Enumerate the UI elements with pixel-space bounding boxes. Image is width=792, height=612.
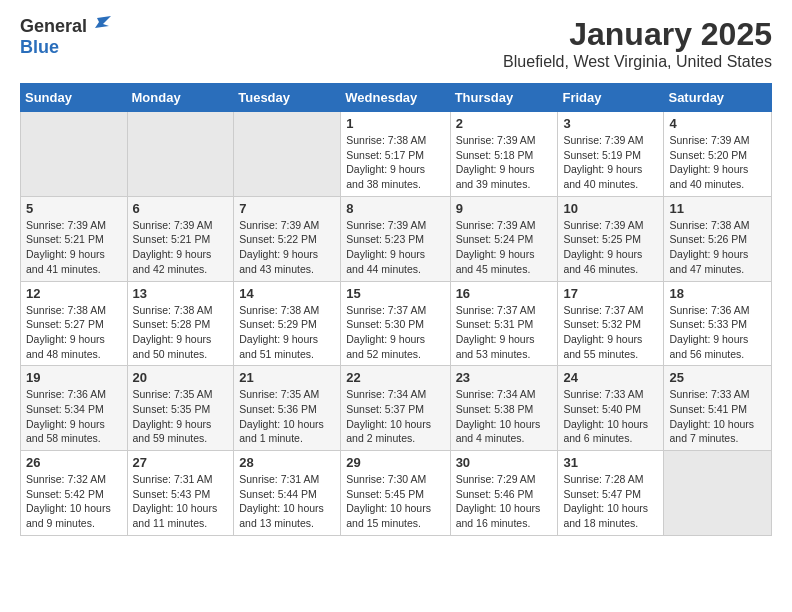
day-number: 14 <box>239 286 335 301</box>
weekday-header-monday: Monday <box>127 84 234 112</box>
day-number: 11 <box>669 201 766 216</box>
calendar-cell: 2Sunrise: 7:39 AM Sunset: 5:18 PM Daylig… <box>450 112 558 197</box>
day-number: 2 <box>456 116 553 131</box>
day-info: Sunrise: 7:30 AM Sunset: 5:45 PM Dayligh… <box>346 472 444 531</box>
day-info: Sunrise: 7:38 AM Sunset: 5:29 PM Dayligh… <box>239 303 335 362</box>
calendar-week-row: 5Sunrise: 7:39 AM Sunset: 5:21 PM Daylig… <box>21 196 772 281</box>
calendar-table: SundayMondayTuesdayWednesdayThursdayFrid… <box>20 83 772 536</box>
calendar-cell: 31Sunrise: 7:28 AM Sunset: 5:47 PM Dayli… <box>558 451 664 536</box>
day-info: Sunrise: 7:39 AM Sunset: 5:22 PM Dayligh… <box>239 218 335 277</box>
weekday-header-tuesday: Tuesday <box>234 84 341 112</box>
day-info: Sunrise: 7:38 AM Sunset: 5:27 PM Dayligh… <box>26 303 122 362</box>
calendar-cell: 23Sunrise: 7:34 AM Sunset: 5:38 PM Dayli… <box>450 366 558 451</box>
calendar-cell <box>127 112 234 197</box>
calendar-subtitle: Bluefield, West Virginia, United States <box>503 53 772 71</box>
calendar-cell: 10Sunrise: 7:39 AM Sunset: 5:25 PM Dayli… <box>558 196 664 281</box>
calendar-cell: 26Sunrise: 7:32 AM Sunset: 5:42 PM Dayli… <box>21 451 128 536</box>
calendar-cell <box>234 112 341 197</box>
logo-bird-icon <box>89 14 111 36</box>
day-number: 12 <box>26 286 122 301</box>
day-info: Sunrise: 7:31 AM Sunset: 5:44 PM Dayligh… <box>239 472 335 531</box>
calendar-cell: 8Sunrise: 7:39 AM Sunset: 5:23 PM Daylig… <box>341 196 450 281</box>
day-info: Sunrise: 7:35 AM Sunset: 5:35 PM Dayligh… <box>133 387 229 446</box>
day-info: Sunrise: 7:39 AM Sunset: 5:21 PM Dayligh… <box>26 218 122 277</box>
day-info: Sunrise: 7:33 AM Sunset: 5:41 PM Dayligh… <box>669 387 766 446</box>
calendar-cell: 18Sunrise: 7:36 AM Sunset: 5:33 PM Dayli… <box>664 281 772 366</box>
calendar-cell: 15Sunrise: 7:37 AM Sunset: 5:30 PM Dayli… <box>341 281 450 366</box>
calendar-week-row: 26Sunrise: 7:32 AM Sunset: 5:42 PM Dayli… <box>21 451 772 536</box>
calendar-title: January 2025 <box>503 16 772 53</box>
weekday-header-friday: Friday <box>558 84 664 112</box>
calendar-week-row: 12Sunrise: 7:38 AM Sunset: 5:27 PM Dayli… <box>21 281 772 366</box>
day-number: 31 <box>563 455 658 470</box>
day-info: Sunrise: 7:37 AM Sunset: 5:30 PM Dayligh… <box>346 303 444 362</box>
day-info: Sunrise: 7:39 AM Sunset: 5:20 PM Dayligh… <box>669 133 766 192</box>
day-number: 21 <box>239 370 335 385</box>
day-info: Sunrise: 7:36 AM Sunset: 5:34 PM Dayligh… <box>26 387 122 446</box>
day-number: 26 <box>26 455 122 470</box>
calendar-week-row: 1Sunrise: 7:38 AM Sunset: 5:17 PM Daylig… <box>21 112 772 197</box>
day-number: 25 <box>669 370 766 385</box>
day-number: 28 <box>239 455 335 470</box>
svg-marker-0 <box>95 16 111 28</box>
day-number: 18 <box>669 286 766 301</box>
day-number: 17 <box>563 286 658 301</box>
calendar-cell <box>21 112 128 197</box>
day-info: Sunrise: 7:38 AM Sunset: 5:17 PM Dayligh… <box>346 133 444 192</box>
day-number: 13 <box>133 286 229 301</box>
calendar-cell: 20Sunrise: 7:35 AM Sunset: 5:35 PM Dayli… <box>127 366 234 451</box>
calendar-cell: 24Sunrise: 7:33 AM Sunset: 5:40 PM Dayli… <box>558 366 664 451</box>
day-info: Sunrise: 7:33 AM Sunset: 5:40 PM Dayligh… <box>563 387 658 446</box>
calendar-cell: 13Sunrise: 7:38 AM Sunset: 5:28 PM Dayli… <box>127 281 234 366</box>
day-number: 24 <box>563 370 658 385</box>
day-info: Sunrise: 7:32 AM Sunset: 5:42 PM Dayligh… <box>26 472 122 531</box>
day-info: Sunrise: 7:39 AM Sunset: 5:18 PM Dayligh… <box>456 133 553 192</box>
day-info: Sunrise: 7:35 AM Sunset: 5:36 PM Dayligh… <box>239 387 335 446</box>
logo-blue-text: Blue <box>20 37 59 58</box>
day-info: Sunrise: 7:38 AM Sunset: 5:26 PM Dayligh… <box>669 218 766 277</box>
calendar-cell: 4Sunrise: 7:39 AM Sunset: 5:20 PM Daylig… <box>664 112 772 197</box>
day-number: 3 <box>563 116 658 131</box>
day-info: Sunrise: 7:28 AM Sunset: 5:47 PM Dayligh… <box>563 472 658 531</box>
calendar-cell: 3Sunrise: 7:39 AM Sunset: 5:19 PM Daylig… <box>558 112 664 197</box>
calendar-cell: 9Sunrise: 7:39 AM Sunset: 5:24 PM Daylig… <box>450 196 558 281</box>
day-info: Sunrise: 7:37 AM Sunset: 5:31 PM Dayligh… <box>456 303 553 362</box>
calendar-cell: 12Sunrise: 7:38 AM Sunset: 5:27 PM Dayli… <box>21 281 128 366</box>
calendar-cell: 5Sunrise: 7:39 AM Sunset: 5:21 PM Daylig… <box>21 196 128 281</box>
day-info: Sunrise: 7:29 AM Sunset: 5:46 PM Dayligh… <box>456 472 553 531</box>
calendar-cell: 27Sunrise: 7:31 AM Sunset: 5:43 PM Dayli… <box>127 451 234 536</box>
day-number: 1 <box>346 116 444 131</box>
weekday-header-sunday: Sunday <box>21 84 128 112</box>
calendar-cell: 19Sunrise: 7:36 AM Sunset: 5:34 PM Dayli… <box>21 366 128 451</box>
day-info: Sunrise: 7:38 AM Sunset: 5:28 PM Dayligh… <box>133 303 229 362</box>
day-info: Sunrise: 7:39 AM Sunset: 5:23 PM Dayligh… <box>346 218 444 277</box>
day-info: Sunrise: 7:34 AM Sunset: 5:38 PM Dayligh… <box>456 387 553 446</box>
day-number: 29 <box>346 455 444 470</box>
day-number: 27 <box>133 455 229 470</box>
calendar-cell: 11Sunrise: 7:38 AM Sunset: 5:26 PM Dayli… <box>664 196 772 281</box>
day-number: 22 <box>346 370 444 385</box>
day-number: 10 <box>563 201 658 216</box>
day-number: 15 <box>346 286 444 301</box>
day-info: Sunrise: 7:39 AM Sunset: 5:19 PM Dayligh… <box>563 133 658 192</box>
day-number: 9 <box>456 201 553 216</box>
day-number: 8 <box>346 201 444 216</box>
calendar-cell <box>664 451 772 536</box>
calendar-cell: 28Sunrise: 7:31 AM Sunset: 5:44 PM Dayli… <box>234 451 341 536</box>
day-info: Sunrise: 7:39 AM Sunset: 5:21 PM Dayligh… <box>133 218 229 277</box>
day-number: 4 <box>669 116 766 131</box>
calendar-week-row: 19Sunrise: 7:36 AM Sunset: 5:34 PM Dayli… <box>21 366 772 451</box>
day-number: 16 <box>456 286 553 301</box>
day-info: Sunrise: 7:36 AM Sunset: 5:33 PM Dayligh… <box>669 303 766 362</box>
day-number: 20 <box>133 370 229 385</box>
calendar-cell: 29Sunrise: 7:30 AM Sunset: 5:45 PM Dayli… <box>341 451 450 536</box>
calendar-header-row: SundayMondayTuesdayWednesdayThursdayFrid… <box>21 84 772 112</box>
day-number: 6 <box>133 201 229 216</box>
calendar-cell: 22Sunrise: 7:34 AM Sunset: 5:37 PM Dayli… <box>341 366 450 451</box>
calendar-cell: 21Sunrise: 7:35 AM Sunset: 5:36 PM Dayli… <box>234 366 341 451</box>
day-info: Sunrise: 7:39 AM Sunset: 5:25 PM Dayligh… <box>563 218 658 277</box>
calendar-cell: 25Sunrise: 7:33 AM Sunset: 5:41 PM Dayli… <box>664 366 772 451</box>
calendar-cell: 14Sunrise: 7:38 AM Sunset: 5:29 PM Dayli… <box>234 281 341 366</box>
day-number: 5 <box>26 201 122 216</box>
calendar-cell: 6Sunrise: 7:39 AM Sunset: 5:21 PM Daylig… <box>127 196 234 281</box>
